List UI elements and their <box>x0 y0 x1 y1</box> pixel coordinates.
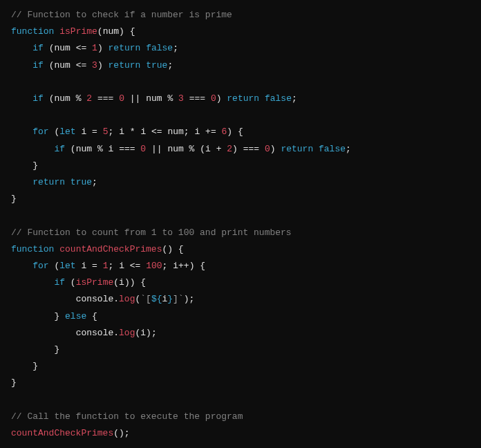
comment-line: // Function to count from 1 to 100 and p… <box>11 227 292 238</box>
comment-line: // Call the function to execute the prog… <box>11 411 243 422</box>
keyword-function: function <box>11 26 54 37</box>
param: num <box>103 26 119 37</box>
function-call: countAndCheckPrimes <box>11 428 113 438</box>
comment-line: // Function to check if a number is prim… <box>11 10 232 20</box>
function-name: countAndCheckPrimes <box>59 244 162 254</box>
keyword-if: if <box>32 43 44 53</box>
code-block: // Function to check if a number is prim… <box>11 7 470 442</box>
function-name: isPrime <box>59 26 97 37</box>
